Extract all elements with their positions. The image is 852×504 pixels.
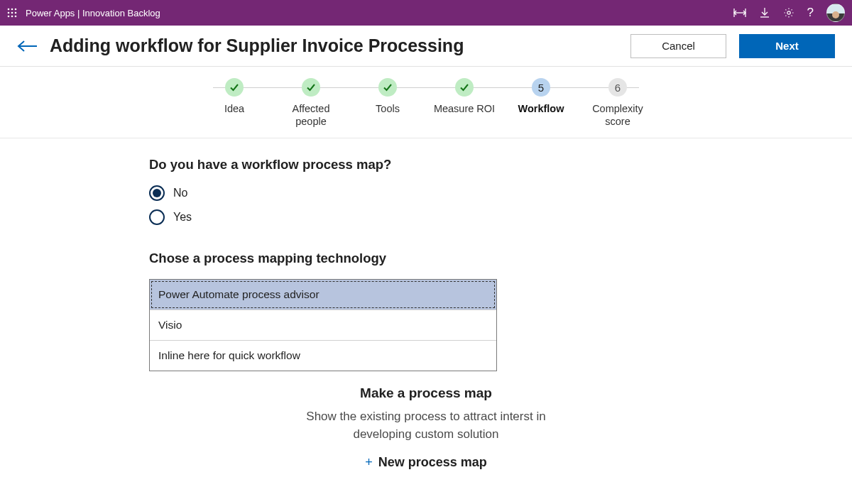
back-arrow-icon[interactable] [17, 39, 38, 53]
question-heading: Do you have a workflow process map? [149, 157, 717, 172]
svg-point-2 [15, 9, 17, 11]
svg-point-5 [15, 12, 17, 14]
svg-point-7 [11, 16, 13, 18]
step-label: Idea [224, 102, 244, 115]
download-icon[interactable] [759, 7, 770, 18]
app-topbar: Power Apps | Innovation Backlog ? [0, 0, 852, 26]
step-label: Workflow [518, 102, 564, 115]
process-map-heading: Make a process map [135, 385, 717, 401]
header-left: Adding workflow for Supplier Invoice Pro… [17, 35, 464, 56]
step-5[interactable]: 6Complexity score [582, 78, 653, 128]
help-icon[interactable]: ? [807, 6, 814, 20]
waffle-icon[interactable] [7, 8, 17, 18]
fit-icon[interactable] [733, 7, 746, 18]
tech-listbox[interactable]: Power Automate process advisorVisioInlin… [149, 279, 497, 371]
step-check-icon [302, 78, 320, 97]
step-4[interactable]: 5Workflow [506, 78, 577, 128]
step-number-current: 5 [532, 78, 550, 97]
step-0[interactable]: Idea [199, 78, 270, 128]
step-label: Measure ROI [434, 102, 495, 115]
avatar[interactable] [826, 4, 845, 22]
step-label: Complexity score [582, 102, 653, 128]
topbar-left: Power Apps | Innovation Backlog [7, 8, 160, 18]
svg-point-3 [8, 12, 10, 14]
svg-point-4 [11, 12, 13, 14]
radio-icon [149, 185, 165, 201]
step-number: 6 [608, 78, 627, 97]
radio-icon [149, 209, 165, 225]
svg-point-8 [15, 16, 17, 18]
step-check-icon [225, 78, 244, 97]
topbar-right: ? [733, 4, 845, 22]
new-process-map-link[interactable]: + New process map [365, 455, 487, 470]
tech-option-2[interactable]: Inline here for quick workflow [150, 340, 496, 371]
process-map-helper: Show the existing process to attract int… [277, 408, 575, 443]
step-2[interactable]: Tools [352, 78, 423, 128]
svg-point-0 [8, 9, 10, 11]
svg-point-14 [787, 11, 790, 14]
step-check-icon [455, 78, 474, 97]
next-button[interactable]: Next [739, 34, 835, 58]
tech-option-1[interactable]: Visio [150, 309, 496, 340]
header-actions: Cancel Next [630, 34, 835, 58]
radio-group: NoYes [149, 185, 717, 225]
cancel-button[interactable]: Cancel [630, 34, 726, 58]
step-label: Affected people [275, 102, 346, 128]
step-1[interactable]: Affected people [275, 78, 346, 128]
tech-heading: Chose a process mapping technology [149, 251, 717, 266]
radio-option-yes[interactable]: Yes [149, 209, 717, 225]
step-check-icon [378, 78, 397, 97]
process-map-section: Make a process map Show the existing pro… [135, 385, 717, 469]
svg-point-6 [8, 16, 10, 18]
step-3[interactable]: Measure ROI [429, 78, 500, 128]
radio-option-no[interactable]: No [149, 185, 717, 201]
plus-icon: + [365, 455, 373, 470]
step-label: Tools [376, 102, 400, 115]
page-header: Adding workflow for Supplier Invoice Pro… [0, 26, 852, 67]
radio-label: Yes [173, 211, 192, 224]
main-content: Do you have a workflow process map? NoYe… [135, 138, 717, 469]
app-title: Power Apps | Innovation Backlog [26, 8, 160, 18]
settings-gear-icon[interactable] [783, 7, 794, 18]
new-process-map-label: New process map [378, 455, 487, 470]
stepper: IdeaAffected peopleToolsMeasure ROI5Work… [0, 67, 852, 138]
tech-option-0[interactable]: Power Automate process advisor [150, 280, 496, 309]
radio-label: No [173, 187, 187, 199]
page-title: Adding workflow for Supplier Invoice Pro… [50, 35, 464, 56]
svg-point-1 [11, 9, 13, 11]
